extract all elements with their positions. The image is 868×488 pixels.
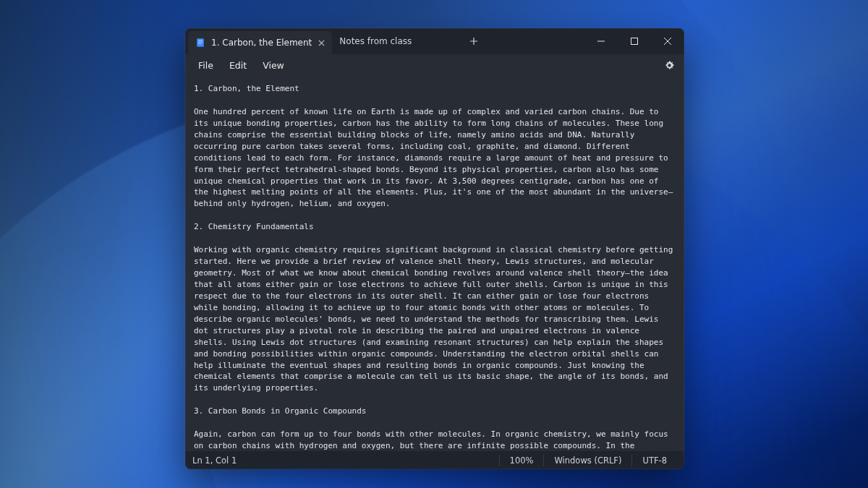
close-window-button[interactable] (651, 28, 684, 54)
svg-rect-0 (197, 38, 204, 46)
notepad-file-icon (195, 38, 205, 48)
notepad-window: 1. Carbon, the Element Notes from class (185, 28, 684, 469)
heading-1: 1. Carbon, the Element (194, 84, 299, 93)
status-zoom[interactable]: 100% (499, 455, 544, 466)
close-tab-icon[interactable] (315, 36, 328, 49)
paragraph-1: One hundred percent of known life on Ear… (194, 107, 673, 209)
tab-label: Notes from class (339, 36, 412, 46)
paragraph-3: Again, carbon can form up to four bonds … (194, 429, 673, 450)
svg-rect-4 (631, 38, 638, 45)
menu-edit[interactable]: Edit (222, 57, 254, 74)
menu-file[interactable]: File (191, 57, 221, 74)
heading-2: 2. Chemistry Fundamentals (194, 222, 314, 231)
settings-button[interactable] (660, 56, 678, 74)
svg-rect-1 (198, 40, 203, 41)
heading-3: 3. Carbon Bonds in Organic Compounds (194, 406, 366, 416)
window-controls (584, 28, 684, 54)
text-editor[interactable]: 1. Carbon, the Element One hundred perce… (185, 76, 684, 450)
svg-rect-2 (198, 42, 203, 43)
new-tab-button[interactable] (462, 28, 485, 54)
tab-notes-from-class[interactable]: Notes from class (332, 28, 462, 54)
status-encoding[interactable]: UTF-8 (631, 455, 677, 466)
menu-view[interactable]: View (255, 57, 292, 74)
gear-icon (664, 60, 675, 71)
svg-rect-3 (198, 43, 201, 44)
status-line-endings[interactable]: Windows (CRLF) (543, 455, 631, 466)
menubar: File Edit View (185, 54, 684, 76)
tab-strip: 1. Carbon, the Element Notes from class (185, 28, 584, 54)
titlebar[interactable]: 1. Carbon, the Element Notes from class (185, 28, 684, 54)
paragraph-2: Working with organic chemistry requires … (194, 245, 678, 393)
statusbar: Ln 1, Col 1 100% Windows (CRLF) UTF-8 (185, 450, 684, 469)
tab-carbon-the-element[interactable]: 1. Carbon, the Element (188, 31, 332, 54)
tab-label: 1. Carbon, the Element (211, 38, 312, 48)
minimize-button[interactable] (584, 28, 618, 54)
maximize-button[interactable] (618, 28, 651, 54)
status-cursor-position: Ln 1, Col 1 (192, 455, 247, 466)
